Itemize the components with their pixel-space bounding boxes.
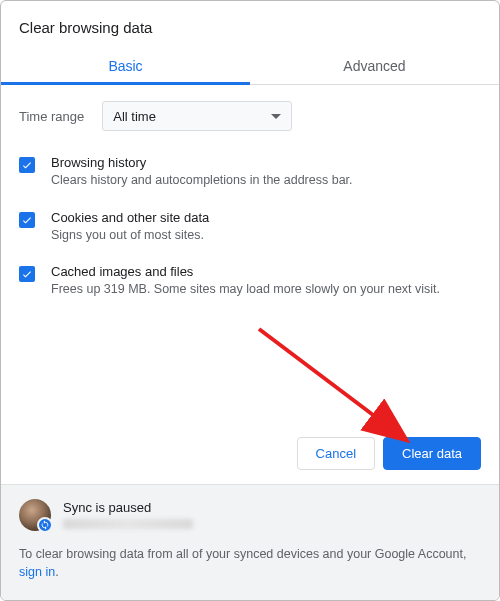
option-desc: Signs you out of most sites.: [51, 227, 481, 245]
chevron-down-icon: [271, 114, 281, 119]
cancel-button[interactable]: Cancel: [297, 437, 375, 470]
time-range-select[interactable]: All time: [102, 101, 292, 131]
sync-status: Sync is paused: [63, 500, 481, 515]
option-text: Browsing history Clears history and auto…: [51, 155, 481, 190]
checkmark-icon: [21, 268, 33, 280]
option-text: Cookies and other site data Signs you ou…: [51, 210, 481, 245]
tab-advanced[interactable]: Advanced: [250, 46, 499, 84]
tab-basic[interactable]: Basic: [1, 46, 250, 84]
option-cookies: Cookies and other site data Signs you ou…: [19, 210, 481, 245]
tabs: Basic Advanced: [1, 46, 499, 85]
option-browsing-history: Browsing history Clears history and auto…: [19, 155, 481, 190]
time-range-row: Time range All time: [19, 101, 481, 131]
avatar-wrap: [19, 499, 51, 531]
sync-account-redacted: [63, 519, 193, 529]
option-text: Cached images and files Frees up 319 MB.…: [51, 264, 481, 299]
checkbox-cookies[interactable]: [19, 212, 35, 228]
sign-in-link[interactable]: sign in: [19, 565, 55, 579]
checkbox-browsing-history[interactable]: [19, 157, 35, 173]
option-desc: Clears history and autocompletions in th…: [51, 172, 481, 190]
clear-browsing-data-dialog: Clear browsing data Basic Advanced Time …: [0, 0, 500, 601]
option-title: Cached images and files: [51, 264, 481, 279]
dialog-footer: Sync is paused To clear browsing data fr…: [1, 484, 499, 601]
footer-note-suffix: .: [55, 565, 58, 579]
time-range-value: All time: [113, 109, 156, 124]
time-range-label: Time range: [19, 109, 84, 124]
sync-text: Sync is paused: [63, 500, 481, 529]
checkmark-icon: [21, 159, 33, 171]
option-cache: Cached images and files Frees up 319 MB.…: [19, 264, 481, 299]
sync-row: Sync is paused: [19, 499, 481, 531]
checkbox-cache[interactable]: [19, 266, 35, 282]
footer-note-prefix: To clear browsing data from all of your …: [19, 547, 466, 561]
option-title: Cookies and other site data: [51, 210, 481, 225]
footer-note: To clear browsing data from all of your …: [19, 545, 481, 583]
option-title: Browsing history: [51, 155, 481, 170]
sync-paused-badge: [37, 517, 53, 533]
dialog-title: Clear browsing data: [1, 1, 499, 46]
dialog-body: Time range All time Browsing history Cle…: [1, 85, 499, 437]
checkmark-icon: [21, 214, 33, 226]
option-desc: Frees up 319 MB. Some sites may load mor…: [51, 281, 481, 299]
dialog-actions: Cancel Clear data: [1, 437, 499, 484]
clear-data-button[interactable]: Clear data: [383, 437, 481, 470]
sync-icon: [40, 520, 50, 530]
